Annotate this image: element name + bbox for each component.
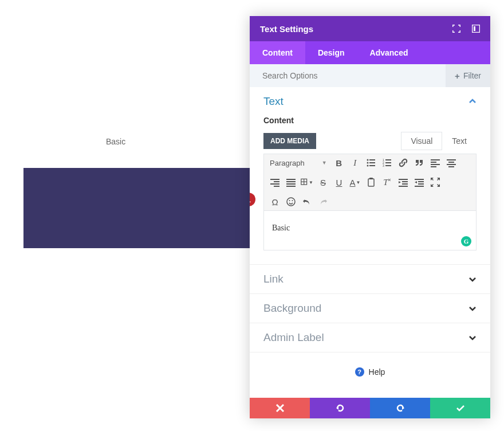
svg-text:3: 3 — [383, 164, 384, 167]
paste-icon[interactable] — [365, 176, 377, 189]
align-right-icon[interactable] — [269, 176, 281, 189]
outdent-icon[interactable] — [397, 176, 410, 189]
svg-rect-1 — [474, 26, 475, 31]
search-bar: + Filter — [250, 64, 490, 87]
strikethrough-icon[interactable]: S — [317, 176, 329, 189]
svg-rect-35 — [399, 179, 408, 180]
redo-icon[interactable] — [317, 195, 329, 208]
undo-button[interactable] — [310, 398, 370, 418]
tab-content[interactable]: Content — [250, 41, 305, 64]
svg-rect-42 — [418, 183, 424, 185]
svg-rect-14 — [431, 159, 440, 160]
filter-button[interactable]: + Filter — [446, 64, 490, 87]
svg-rect-22 — [270, 179, 279, 180]
section-text-header[interactable]: Text — [250, 87, 490, 116]
text-color-icon[interactable]: A▼ — [349, 176, 361, 189]
numbered-list-icon[interactable]: 123 — [381, 156, 393, 169]
emoji-icon[interactable] — [285, 195, 297, 208]
add-media-button[interactable]: ADD MEDIA — [263, 133, 316, 149]
clear-format-icon[interactable]: T× — [381, 176, 393, 189]
dropdown-icon: ▼ — [322, 160, 327, 166]
undo-icon[interactable] — [301, 195, 313, 208]
special-char-icon[interactable]: Ω — [269, 195, 281, 208]
section-background-header[interactable]: Background — [250, 294, 490, 323]
rich-text-toolbar: Paragraph▼ B I 123 ▼ S U A▼ — [263, 154, 477, 211]
section-admin-label: Admin Label — [250, 323, 490, 352]
italic-icon[interactable]: I — [349, 156, 361, 169]
svg-rect-33 — [368, 179, 374, 186]
annotation-badge-1: 1 — [250, 193, 255, 206]
svg-rect-13 — [385, 165, 391, 166]
svg-point-46 — [289, 200, 290, 201]
svg-rect-16 — [431, 164, 440, 165]
svg-marker-39 — [399, 181, 401, 183]
chevron-down-icon — [468, 275, 477, 283]
svg-rect-37 — [402, 183, 408, 185]
panel-title: Text Settings — [260, 24, 313, 34]
filter-label: Filter — [463, 71, 481, 80]
tab-design[interactable]: Design — [305, 41, 357, 64]
chevron-down-icon — [468, 304, 477, 312]
svg-rect-7 — [369, 165, 375, 166]
svg-rect-0 — [472, 25, 480, 33]
svg-point-2 — [367, 159, 368, 161]
align-center-icon[interactable] — [445, 156, 458, 169]
svg-rect-26 — [286, 179, 296, 180]
snap-icon[interactable] — [472, 25, 480, 33]
save-button[interactable] — [430, 398, 490, 418]
svg-rect-29 — [286, 186, 296, 187]
editor-content: Basic — [272, 224, 290, 232]
svg-point-4 — [367, 162, 368, 164]
svg-rect-18 — [447, 159, 456, 160]
svg-rect-5 — [369, 162, 375, 163]
grammarly-icon[interactable]: G — [461, 236, 471, 246]
help-icon: ? — [355, 367, 364, 377]
bullet-list-icon[interactable] — [365, 156, 377, 169]
link-icon[interactable] — [397, 156, 410, 169]
svg-rect-21 — [448, 166, 454, 167]
indent-icon[interactable] — [413, 176, 426, 189]
align-left-icon[interactable] — [429, 156, 442, 169]
quote-icon[interactable] — [413, 156, 426, 169]
svg-rect-19 — [448, 162, 454, 163]
svg-rect-40 — [415, 179, 424, 180]
fullscreen-icon[interactable] — [429, 176, 442, 189]
panel-footer — [250, 398, 490, 418]
svg-rect-41 — [418, 181, 424, 182]
section-link-header[interactable]: Link — [250, 265, 490, 293]
search-input[interactable] — [262, 71, 446, 80]
visual-tab[interactable]: Visual — [401, 132, 442, 150]
svg-rect-34 — [369, 178, 373, 179]
section-link: Link — [250, 265, 490, 294]
text-tab[interactable]: Text — [442, 132, 477, 150]
svg-rect-36 — [402, 181, 408, 182]
section-background: Background — [250, 294, 490, 323]
svg-point-6 — [367, 165, 368, 167]
svg-marker-44 — [415, 181, 417, 183]
chevron-down-icon — [468, 334, 477, 342]
content-label: Content — [250, 116, 490, 132]
tab-advanced[interactable]: Advanced — [357, 41, 421, 64]
section-admin-label-header[interactable]: Admin Label — [250, 323, 490, 352]
align-justify-icon[interactable] — [285, 176, 297, 189]
svg-rect-11 — [385, 162, 391, 163]
redo-button[interactable] — [370, 398, 430, 418]
svg-rect-27 — [286, 181, 296, 182]
plus-icon: + — [455, 71, 460, 81]
editor-textarea[interactable]: Basic G — [263, 211, 477, 250]
format-select[interactable]: Paragraph▼ — [269, 158, 329, 169]
svg-rect-9 — [385, 159, 391, 160]
table-icon[interactable]: ▼ — [301, 176, 313, 189]
svg-rect-38 — [399, 186, 408, 187]
canvas-preview-text: Basic — [106, 137, 125, 146]
expand-icon[interactable] — [452, 25, 460, 33]
svg-rect-17 — [431, 166, 436, 167]
settings-panel: Text Settings Content Design Advanced + … — [250, 16, 490, 418]
help-row[interactable]: ? Help — [250, 352, 490, 391]
svg-rect-23 — [274, 181, 279, 182]
bold-icon[interactable]: B — [333, 156, 345, 169]
tabs: Content Design Advanced — [250, 41, 490, 64]
cancel-button[interactable] — [250, 398, 310, 418]
help-label: Help — [369, 367, 385, 377]
underline-icon[interactable]: U — [333, 176, 345, 189]
